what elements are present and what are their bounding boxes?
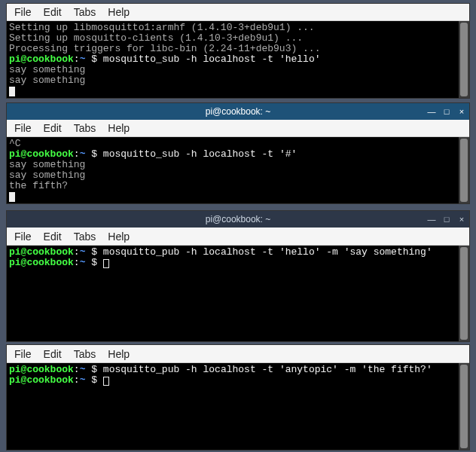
menubar: FileEditTabsHelp: [7, 228, 469, 246]
close-icon[interactable]: ×: [457, 107, 466, 116]
terminal-line: pi@cookbook:~ $ mosquitto_sub -h localho…: [9, 149, 456, 160]
menu-tabs[interactable]: Tabs: [74, 6, 96, 18]
scrollbar[interactable]: [459, 21, 469, 98]
terminal-window-2: pi@cookbook: ~—□×FileEditTabsHelppi@cook…: [6, 210, 470, 342]
menubar: FileEditTabsHelp: [7, 4, 469, 21]
menu-edit[interactable]: Edit: [44, 6, 62, 18]
menu-file[interactable]: File: [14, 348, 32, 360]
terminal-line: say something: [9, 170, 456, 181]
terminal-line: pi@cookbook:~ $ mosquitto_pub -h localho…: [9, 365, 456, 375]
terminal-line: Processing triggers for libc-bin (2.24-1…: [9, 44, 456, 54]
menubar: FileEditTabsHelp: [7, 120, 469, 137]
terminal-line: Setting up mosquitto-clients (1.4.10-3+d…: [9, 33, 456, 44]
titlebar[interactable]: pi@cookbook: ~—□×: [7, 103, 469, 120]
menu-tabs[interactable]: Tabs: [74, 348, 96, 360]
menu-file[interactable]: File: [14, 6, 32, 18]
cursor-icon: [9, 87, 15, 96]
window-title: pi@cookbook: ~: [206, 214, 271, 224]
cursor-icon: [9, 192, 15, 202]
menu-tabs[interactable]: Tabs: [74, 231, 96, 243]
terminal-output[interactable]: pi@cookbook:~ $ mosquitto_pub -h localho…: [7, 246, 459, 341]
terminal-line: ^C: [9, 139, 456, 149]
minimize-icon[interactable]: —: [427, 107, 436, 116]
terminal-line: say something: [9, 65, 456, 75]
scroll-thumb[interactable]: [460, 23, 468, 96]
scroll-thumb[interactable]: [460, 365, 468, 448]
terminal-line: pi@cookbook:~ $ mosquitto_pub -h localho…: [9, 247, 456, 258]
terminal-line: pi@cookbook:~ $: [9, 375, 456, 386]
maximize-icon[interactable]: □: [442, 107, 451, 116]
terminal-line: pi@cookbook:~ $: [9, 258, 456, 268]
cursor-icon: [103, 259, 109, 268]
window-title: pi@cookbook: ~: [206, 106, 271, 117]
menu-file[interactable]: File: [14, 122, 32, 134]
menubar: FileEditTabsHelp: [7, 345, 469, 363]
terminal-line: pi@cookbook:~ $ mosquitto_sub -h localho…: [9, 54, 456, 65]
menu-edit[interactable]: Edit: [44, 122, 62, 134]
scroll-thumb[interactable]: [460, 247, 468, 340]
menu-file[interactable]: File: [14, 231, 32, 243]
terminal-output[interactable]: pi@cookbook:~ $ mosquitto_pub -h localho…: [7, 363, 459, 450]
menu-tabs[interactable]: Tabs: [74, 122, 96, 134]
menu-help[interactable]: Help: [108, 6, 130, 18]
menu-edit[interactable]: Edit: [44, 348, 62, 360]
menu-help[interactable]: Help: [108, 231, 130, 243]
cursor-icon: [103, 377, 109, 386]
menu-edit[interactable]: Edit: [44, 231, 62, 243]
scrollbar[interactable]: [459, 246, 469, 341]
terminal-window-3: FileEditTabsHelppi@cookbook:~ $ mosquitt…: [6, 344, 470, 450]
scrollbar[interactable]: [459, 137, 469, 203]
scrollbar[interactable]: [459, 363, 469, 450]
minimize-icon[interactable]: —: [427, 215, 436, 224]
close-icon[interactable]: ×: [457, 215, 466, 224]
menu-help[interactable]: Help: [108, 122, 130, 134]
terminal-line: Setting up libmosquitto1:armhf (1.4.10-3…: [9, 23, 456, 33]
scroll-thumb[interactable]: [460, 139, 468, 202]
terminal-output[interactable]: ^Cpi@cookbook:~ $ mosquitto_sub -h local…: [7, 137, 459, 203]
terminal-line: the fifth?: [9, 181, 456, 191]
menu-help[interactable]: Help: [108, 348, 130, 360]
terminal-line: say something: [9, 160, 456, 170]
terminal-line: say something: [9, 75, 456, 86]
titlebar[interactable]: pi@cookbook: ~—□×: [7, 211, 469, 228]
maximize-icon[interactable]: □: [442, 215, 451, 224]
terminal-output[interactable]: Setting up libmosquitto1:armhf (1.4.10-3…: [7, 21, 459, 98]
terminal-window-0: FileEditTabsHelpSetting up libmosquitto1…: [6, 3, 470, 99]
terminal-window-1: pi@cookbook: ~—□×FileEditTabsHelp^Cpi@co…: [6, 102, 470, 204]
